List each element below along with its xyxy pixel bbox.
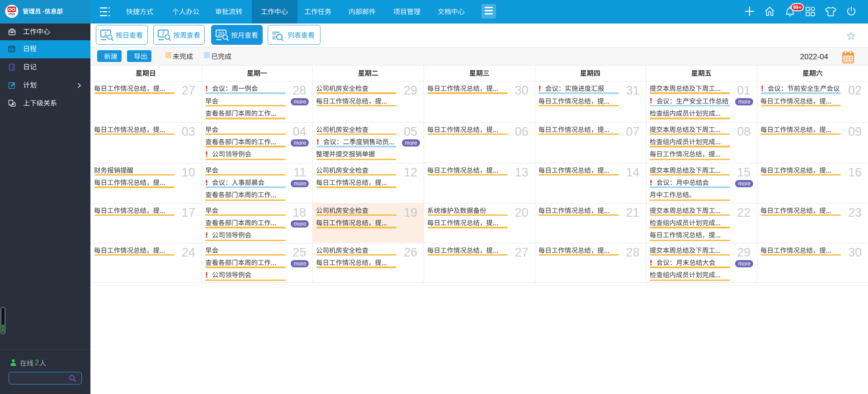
svg-text:7: 7 bbox=[161, 30, 165, 37]
svg-text:1: 1 bbox=[104, 30, 108, 37]
svg-text:HTOA: HTOA bbox=[9, 13, 15, 15]
svg-text:POWER: POWER bbox=[9, 15, 15, 17]
